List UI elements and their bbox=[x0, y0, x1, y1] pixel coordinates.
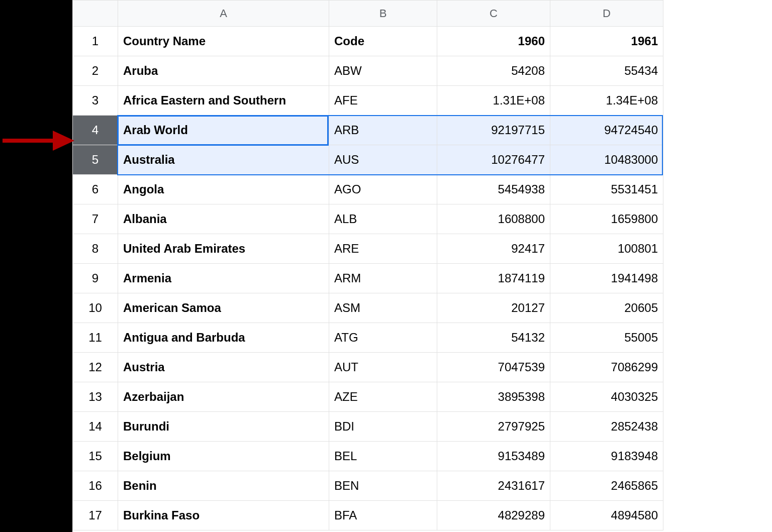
cell-1961[interactable]: 1.34E+08 bbox=[550, 86, 663, 116]
row-header[interactable]: 10 bbox=[73, 293, 118, 323]
table-row[interactable]: 13 Azerbaijan AZE 3895398 4030325 bbox=[73, 382, 663, 412]
cell-country[interactable]: Burundi bbox=[118, 412, 329, 442]
row-header[interactable]: 2 bbox=[73, 56, 118, 86]
table-row[interactable]: 1 Country Name Code 1960 1961 bbox=[73, 27, 663, 56]
table-row[interactable]: 16 Benin BEN 2431617 2465865 bbox=[73, 471, 663, 501]
row-header[interactable]: 9 bbox=[73, 264, 118, 293]
table-row[interactable]: 15 Belgium BEL 9153489 9183948 bbox=[73, 442, 663, 471]
cell-1961[interactable]: 2465865 bbox=[550, 471, 663, 501]
cell-1961[interactable]: 20605 bbox=[550, 293, 663, 323]
table-row[interactable]: 17 Burkina Faso BFA 4829289 4894580 bbox=[73, 501, 663, 530]
row-header[interactable]: 12 bbox=[73, 353, 118, 382]
row-header-selected[interactable]: 5 bbox=[73, 145, 118, 175]
cell-1960[interactable]: 1608800 bbox=[437, 204, 550, 234]
cell-1960[interactable]: 9153489 bbox=[437, 442, 550, 471]
cell-country[interactable]: Antigua and Barbuda bbox=[118, 323, 329, 353]
table-row[interactable]: 6 Angola AGO 5454938 5531451 bbox=[73, 175, 663, 204]
cell-country[interactable]: Aruba bbox=[118, 56, 329, 86]
cell-country[interactable]: Benin bbox=[118, 471, 329, 501]
cell-1961[interactable]: 7086299 bbox=[550, 353, 663, 382]
cell-code[interactable]: BDI bbox=[329, 412, 437, 442]
cell-code[interactable]: ARB bbox=[329, 116, 437, 145]
cell-D1[interactable]: 1961 bbox=[550, 27, 663, 56]
row-header[interactable]: 11 bbox=[73, 323, 118, 353]
table-row[interactable]: 8 United Arab Emirates ARE 92417 100801 bbox=[73, 234, 663, 264]
table-row[interactable]: 11 Antigua and Barbuda ATG 54132 55005 bbox=[73, 323, 663, 353]
cell-code[interactable]: AFE bbox=[329, 86, 437, 116]
cell-1961[interactable]: 1941498 bbox=[550, 264, 663, 293]
row-header[interactable]: 16 bbox=[73, 471, 118, 501]
table-row[interactable]: 7 Albania ALB 1608800 1659800 bbox=[73, 204, 663, 234]
cell-country[interactable]: Belgium bbox=[118, 442, 329, 471]
col-header-C[interactable]: C bbox=[437, 1, 550, 27]
cell-code[interactable]: AUT bbox=[329, 353, 437, 382]
cell-code[interactable]: ALB bbox=[329, 204, 437, 234]
select-all-corner[interactable] bbox=[73, 1, 118, 27]
cell-code[interactable]: ATG bbox=[329, 323, 437, 353]
col-header-B[interactable]: B bbox=[329, 1, 437, 27]
cell-code[interactable]: BEN bbox=[329, 471, 437, 501]
table-row[interactable]: 12 Austria AUT 7047539 7086299 bbox=[73, 353, 663, 382]
cell-1961[interactable]: 55434 bbox=[550, 56, 663, 86]
cell-code[interactable]: BFA bbox=[329, 501, 437, 530]
table-row[interactable]: 3 Africa Eastern and Southern AFE 1.31E+… bbox=[73, 86, 663, 116]
cell-1960[interactable]: 54208 bbox=[437, 56, 550, 86]
cell-1960[interactable]: 2797925 bbox=[437, 412, 550, 442]
cell-1961[interactable]: 10483000 bbox=[550, 145, 663, 175]
cell-code[interactable]: AUS bbox=[329, 145, 437, 175]
cell-1961[interactable]: 4030325 bbox=[550, 382, 663, 412]
cell-1960[interactable]: 20127 bbox=[437, 293, 550, 323]
row-header[interactable]: 1 bbox=[73, 27, 118, 56]
cell-code[interactable]: BEL bbox=[329, 442, 437, 471]
cell-1960[interactable]: 1874119 bbox=[437, 264, 550, 293]
cell-1960[interactable]: 54132 bbox=[437, 323, 550, 353]
cell-country[interactable]: Albania bbox=[118, 204, 329, 234]
cell-1961[interactable]: 9183948 bbox=[550, 442, 663, 471]
cell-C1[interactable]: 1960 bbox=[437, 27, 550, 56]
spreadsheet[interactable]: A B C D 1 Country Name Code 1960 1961 2 … bbox=[72, 0, 772, 530]
row-header[interactable]: 6 bbox=[73, 175, 118, 204]
cell-country[interactable]: Austria bbox=[118, 353, 329, 382]
cell-A1[interactable]: Country Name bbox=[118, 27, 329, 56]
cell-country[interactable]: Arab World bbox=[118, 116, 329, 145]
cell-1961[interactable]: 1659800 bbox=[550, 204, 663, 234]
table-row[interactable]: 10 American Samoa ASM 20127 20605 bbox=[73, 293, 663, 323]
cell-code[interactable]: AGO bbox=[329, 175, 437, 204]
row-header-selected[interactable]: 4 bbox=[73, 116, 118, 145]
cell-code[interactable]: ARM bbox=[329, 264, 437, 293]
row-header[interactable]: 17 bbox=[73, 501, 118, 530]
cell-code[interactable]: ASM bbox=[329, 293, 437, 323]
cell-1960[interactable]: 7047539 bbox=[437, 353, 550, 382]
table-row[interactable]: 9 Armenia ARM 1874119 1941498 bbox=[73, 264, 663, 293]
row-header[interactable]: 3 bbox=[73, 86, 118, 116]
cell-country[interactable]: American Samoa bbox=[118, 293, 329, 323]
cell-1960[interactable]: 1.31E+08 bbox=[437, 86, 550, 116]
cell-1960[interactable]: 2431617 bbox=[437, 471, 550, 501]
cell-B1[interactable]: Code bbox=[329, 27, 437, 56]
cell-country[interactable]: Azerbaijan bbox=[118, 382, 329, 412]
cell-code[interactable]: ARE bbox=[329, 234, 437, 264]
col-header-A[interactable]: A bbox=[118, 1, 329, 27]
row-header[interactable]: 7 bbox=[73, 204, 118, 234]
table-row[interactable]: 14 Burundi BDI 2797925 2852438 bbox=[73, 412, 663, 442]
spreadsheet-grid[interactable]: A B C D 1 Country Name Code 1960 1961 2 … bbox=[72, 0, 663, 530]
cell-code[interactable]: AZE bbox=[329, 382, 437, 412]
col-header-D[interactable]: D bbox=[550, 1, 663, 27]
cell-1961[interactable]: 5531451 bbox=[550, 175, 663, 204]
cell-country[interactable]: Australia bbox=[118, 145, 329, 175]
cell-country[interactable]: United Arab Emirates bbox=[118, 234, 329, 264]
cell-1960[interactable]: 92197715 bbox=[437, 116, 550, 145]
cell-1961[interactable]: 2852438 bbox=[550, 412, 663, 442]
cell-1961[interactable]: 4894580 bbox=[550, 501, 663, 530]
row-header[interactable]: 13 bbox=[73, 382, 118, 412]
cell-country[interactable]: Africa Eastern and Southern bbox=[118, 86, 329, 116]
cell-1960[interactable]: 92417 bbox=[437, 234, 550, 264]
cell-country[interactable]: Burkina Faso bbox=[118, 501, 329, 530]
cell-1960[interactable]: 3895398 bbox=[437, 382, 550, 412]
cell-country[interactable]: Angola bbox=[118, 175, 329, 204]
cell-1960[interactable]: 10276477 bbox=[437, 145, 550, 175]
cell-1961[interactable]: 100801 bbox=[550, 234, 663, 264]
cell-1960[interactable]: 5454938 bbox=[437, 175, 550, 204]
cell-1961[interactable]: 94724540 bbox=[550, 116, 663, 145]
table-row-selected[interactable]: 5 Australia AUS 10276477 10483000 bbox=[73, 145, 663, 175]
